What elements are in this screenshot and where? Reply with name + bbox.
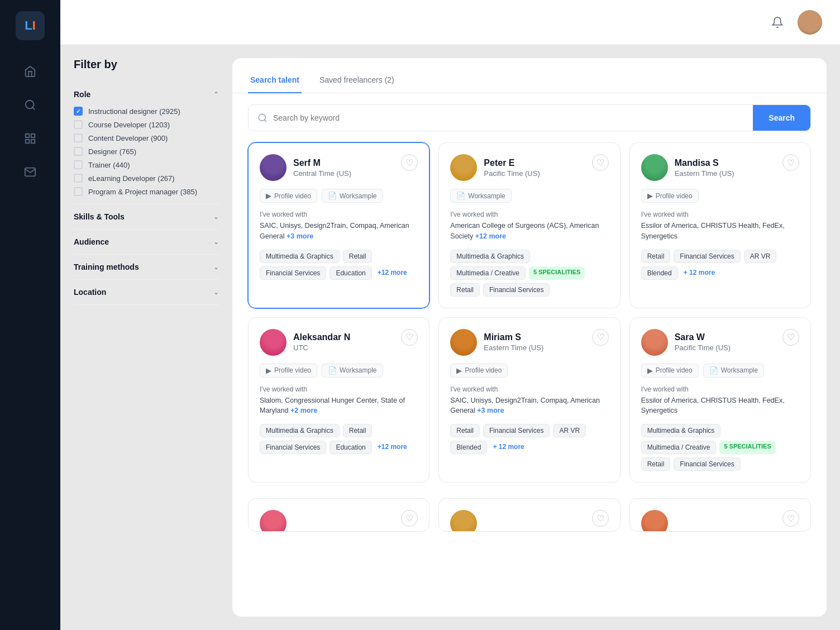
user-avatar[interactable]: [798, 10, 822, 35]
worked-with-label-peter: I've worked with: [450, 211, 608, 218]
card-header-aleksandar: Aleksandar N UTC ♡: [260, 329, 418, 356]
profile-video-badge-serf: ▶ Profile video: [260, 189, 317, 203]
search-input-wrap: [249, 113, 753, 123]
tab-saved-freelancers[interactable]: Saved freelancers (2): [317, 70, 397, 93]
filter-section-training-header[interactable]: Training methods ⌄: [74, 262, 219, 271]
card-name-info-peter: Peter E Pacific Time (US): [484, 158, 540, 178]
filter-option-trainer[interactable]: Trainer (440): [74, 160, 219, 169]
worked-with-text-miriam: SAIC, Unisys, Design2Train, Compaq, Amer…: [450, 395, 608, 417]
talent-card-serf-m[interactable]: Serf M Central Time (US) ♡ ▶ Profile vid…: [248, 142, 429, 308]
favorite-btn-sara[interactable]: ♡: [782, 329, 799, 346]
checkbox-instructional[interactable]: [74, 107, 83, 116]
worked-with-more-serf[interactable]: +3 more: [287, 232, 313, 240]
worked-with-text-sara: Essilor of America, CHRISTUS Health, Fed…: [641, 395, 799, 417]
tag-education-aleksandar: Education: [330, 441, 371, 454]
favorite-btn-bottom-3[interactable]: ♡: [782, 510, 799, 527]
notification-bell-button[interactable]: [766, 11, 789, 34]
filter-section-role-header[interactable]: Role ⌃: [74, 90, 219, 99]
filter-section-skills-header[interactable]: Skills & Tools ⌄: [74, 212, 219, 221]
svg-rect-4: [26, 140, 29, 143]
tag-retail-aleksandar: Retail: [343, 424, 373, 437]
card-avatar-info-serf: Serf M Central Time (US): [260, 154, 351, 181]
topbar: [60, 0, 840, 45]
card-media-mandisa: ▶ Profile video: [641, 189, 799, 203]
worked-with-companies-miriam: SAIC, Unisys, Design2Train, Compaq, Amer…: [450, 397, 600, 415]
avatar-serf-m: [260, 154, 287, 181]
worked-with-more-aleksandar[interactable]: +2 more: [290, 407, 317, 414]
favorite-btn-bottom-2[interactable]: ♡: [592, 510, 609, 527]
filter-option-course-dev[interactable]: Course Developer (1203): [74, 120, 219, 129]
tag-retail-mandisa: Retail: [641, 250, 671, 263]
filter-section-training-label: Training methods: [74, 262, 139, 271]
filter-section-audience-label: Audience: [74, 237, 109, 246]
checkbox-course-dev[interactable]: [74, 120, 83, 129]
card-name-serf: Serf M: [293, 158, 351, 168]
favorite-btn-serf[interactable]: ♡: [401, 154, 418, 171]
favorite-btn-mandisa[interactable]: ♡: [782, 154, 799, 171]
talent-card-sara-w[interactable]: Sara W Pacific Time (US) ♡ ▶ Profile vid…: [629, 317, 811, 483]
card-timezone-sara: Pacific Time (US): [675, 343, 731, 352]
filter-section-location-header[interactable]: Location ⌄: [74, 288, 219, 297]
avatar-bottom-3: [641, 510, 668, 532]
favorite-btn-peter[interactable]: ♡: [592, 154, 609, 171]
tag-multimedia-sara: Multimedia & Graphics: [641, 424, 721, 437]
checkbox-content-dev[interactable]: [74, 133, 83, 142]
filter-option-designer[interactable]: Designer (765): [74, 147, 219, 156]
checkbox-elearning[interactable]: [74, 174, 83, 183]
favorite-btn-miriam[interactable]: ♡: [592, 329, 609, 346]
filter-section-skills: Skills & Tools ⌄: [74, 204, 219, 230]
worksample-badge-sara: 📄 Worksample: [703, 364, 764, 378]
sidebar-item-dashboard[interactable]: [16, 124, 45, 153]
svg-rect-2: [26, 134, 29, 137]
card-media-peter: 📄 Worksample: [450, 189, 608, 203]
partial-card-2[interactable]: ♡: [438, 498, 620, 532]
profile-video-label-serf: Profile video: [274, 192, 311, 200]
avatar-miriam-s: [450, 329, 477, 356]
partial-card-1[interactable]: ♡: [248, 498, 429, 532]
tab-search-talent[interactable]: Search talent: [248, 70, 302, 93]
worked-with-companies-serf: SAIC, Unisys, Design2Train, Compaq, Amer…: [260, 222, 409, 240]
filter-option-instructional[interactable]: Instructional designer (2925): [74, 107, 219, 116]
filter-section-location: Location ⌄: [74, 280, 219, 305]
talent-card-mandisa-s[interactable]: Mandisa S Eastern Time (US) ♡ ▶ Profile …: [629, 142, 811, 308]
favorite-btn-bottom-1[interactable]: ♡: [401, 510, 418, 527]
tag-multimedia-aleksandar: Multimedia & Graphics: [260, 424, 340, 437]
worked-with-label-serf: I've worked with: [260, 211, 418, 218]
worked-with-more-miriam[interactable]: +3 more: [477, 407, 504, 414]
filter-option-content-dev[interactable]: Content Developer (900): [74, 133, 219, 142]
partial-card-3[interactable]: ♡: [629, 498, 811, 532]
tag-financial-sara: Financial Services: [674, 457, 740, 471]
filter-option-program-manager[interactable]: Program & Project manager (385): [74, 187, 219, 196]
tag-financial-serf: Financial Services: [260, 266, 326, 280]
checkbox-trainer[interactable]: [74, 160, 83, 169]
card-name-info-sara: Sara W Pacific Time (US): [675, 332, 731, 352]
tag-arvr-miriam: AR VR: [553, 424, 586, 437]
talent-card-aleksandar-n[interactable]: Aleksandar N UTC ♡ ▶ Profile video 📄: [248, 317, 429, 483]
checkbox-designer[interactable]: [74, 147, 83, 156]
search-input[interactable]: [273, 113, 744, 122]
filter-section-skills-label: Skills & Tools: [74, 212, 125, 221]
talent-card-miriam-s[interactable]: Miriam S Eastern Time (US) ♡ ▶ Profile v…: [438, 317, 620, 483]
filter-section-audience-header[interactable]: Audience ⌄: [74, 237, 219, 246]
tag-specialities-sara: 5 SPECIALITIES: [719, 441, 775, 454]
favorite-btn-aleksandar[interactable]: ♡: [401, 329, 418, 346]
worked-with-label-mandisa: I've worked with: [641, 211, 799, 218]
filter-option-elearning[interactable]: eLearning Developer (267): [74, 174, 219, 183]
worked-with-more-peter[interactable]: +12 more: [475, 232, 506, 240]
search-button[interactable]: Search: [753, 104, 810, 131]
search-nav-icon: [24, 99, 36, 111]
sidebar-item-search[interactable]: [16, 90, 45, 120]
tag-retail-peter: Retail: [450, 283, 480, 297]
logo[interactable]: LI: [16, 11, 45, 40]
video-icon-mandisa: ▶: [647, 192, 653, 200]
profile-video-label-sara: Profile video: [656, 366, 693, 374]
sidebar-item-home[interactable]: [16, 57, 45, 86]
talent-cards-grid: Serf M Central Time (US) ♡ ▶ Profile vid…: [232, 142, 827, 498]
tag-multimedia-creative-sara: Multimedia / Creative: [641, 441, 717, 454]
checkbox-program-manager[interactable]: [74, 187, 83, 196]
talent-card-peter-e[interactable]: Peter E Pacific Time (US) ♡ 📄 Worksample…: [438, 142, 620, 308]
avatar-image: [798, 10, 822, 35]
sidebar-item-mail[interactable]: [16, 157, 45, 187]
worksample-badge-aleksandar: 📄 Worksample: [322, 364, 383, 378]
avatar-sara-w: [641, 329, 668, 356]
